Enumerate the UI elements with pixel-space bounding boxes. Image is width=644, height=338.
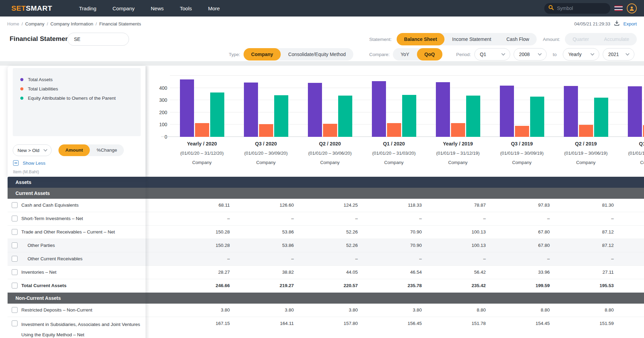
row-checkbox[interactable]	[12, 256, 18, 262]
thai-flag-icon[interactable]	[614, 6, 623, 11]
value-cell: 46.54	[361, 266, 425, 279]
display-option-amount[interactable]: Amount	[58, 144, 90, 156]
row-checkbox[interactable]	[12, 283, 18, 288]
search-input[interactable]	[557, 6, 602, 11]
breadcrumb-row: Home/Company/Company Information/Financi…	[0, 17, 644, 31]
breadcrumb-item-company-information[interactable]: Company Information	[51, 21, 93, 26]
value-cell: 68.11	[146, 199, 233, 212]
display-option-change[interactable]: %Change	[90, 144, 124, 156]
chevron-down-icon	[538, 52, 541, 55]
row-checkbox[interactable]	[12, 202, 18, 208]
section-header-assets: Assets	[8, 177, 644, 188]
symbol-search[interactable]	[544, 3, 610, 14]
value-cell: 118.33	[361, 199, 425, 212]
type-option-consolidate-equity-method[interactable]: Consolidate/Equity Method	[281, 48, 353, 61]
column-period-label: Q2 / 2020	[298, 141, 362, 146]
logo-set: SET	[11, 4, 26, 12]
table-row-investment-in-subsidiaries-associates-and-joint-ventures: Investment in Subsidiaries, Associates a…	[8, 317, 644, 338]
period-from-quarter-select[interactable]: Q1	[474, 48, 510, 61]
statement-option-balance-sheet[interactable]: Balance Sheet	[397, 33, 445, 45]
nav-item-tools[interactable]: Tools	[180, 6, 192, 11]
column-period-label: Q3 / 2020	[234, 141, 298, 146]
export-button[interactable]: Export	[623, 21, 637, 26]
breadcrumb-item-home[interactable]: Home	[7, 21, 19, 26]
symbol-field[interactable]	[67, 33, 129, 46]
row-label-zone: Inventories – Net	[8, 266, 146, 279]
y-tick-label-400: 400	[144, 85, 167, 91]
bar-group-q2-2019	[554, 76, 618, 137]
statement-option-income-statement[interactable]: Income Statement	[444, 33, 499, 45]
y-tick-label-200: 200	[144, 109, 167, 116]
type-option-company[interactable]: Company	[244, 48, 281, 61]
period-to-quarter-select[interactable]: Yearly	[563, 48, 599, 61]
row-label-zone: Other Parties	[8, 239, 146, 252]
breadcrumb-item-company[interactable]: Company	[25, 21, 44, 26]
value-cell: –	[425, 252, 489, 265]
table-row-total-current-assets: Total Current Assets246.66219.27220.5723…	[8, 279, 644, 293]
row-checkbox[interactable]	[12, 216, 18, 221]
row-checkbox[interactable]	[12, 307, 18, 313]
nav-item-more[interactable]: More	[208, 6, 220, 11]
row-label-zone: Other Current Receivables	[8, 252, 146, 265]
value-cell: 150.28	[146, 239, 233, 252]
bar-total-assets	[372, 81, 386, 137]
row-label: Other Parties	[28, 239, 55, 252]
bar-total-liabilities	[323, 124, 337, 137]
value-cell: –	[361, 252, 425, 265]
value-cell: 154.45	[489, 317, 553, 330]
amount-option-quarter[interactable]: Quarter	[565, 33, 596, 45]
row-checkbox[interactable]	[12, 269, 18, 275]
bar-total-assets	[564, 86, 578, 137]
sort-order-select[interactable]: New > Old	[13, 144, 52, 156]
nav-item-company[interactable]: Company	[112, 6, 135, 11]
value-cell: 8.80	[553, 304, 617, 317]
period-to-year-select[interactable]: 2021	[603, 48, 634, 61]
row-checkbox[interactable]	[12, 242, 18, 248]
bar-equity-attributable-to-owners-of-the-parent	[338, 96, 352, 137]
bar-total-assets	[436, 82, 450, 137]
bar-equity-attributable-to-owners-of-the-parent	[594, 98, 608, 137]
period-from-quarter-value: Q1	[480, 52, 486, 57]
column-date-range: (01/01/19 – 31/12/19)	[426, 151, 490, 156]
value-cell: –	[297, 252, 361, 265]
value-cell: 219.27	[233, 279, 297, 292]
value-cell: 97.83	[489, 199, 553, 212]
value-cell: 220.57	[297, 279, 361, 292]
amount-option-accumulate[interactable]: Accumulate	[597, 33, 637, 45]
subsection-header-non-current-assets: Non-Current Assets	[8, 293, 644, 304]
statement-option-cash-flow[interactable]: Cash Flow	[499, 33, 537, 45]
page-actions: 04/05/21 21:29:33 Export	[574, 20, 637, 27]
horizontal-scrollbar[interactable]	[0, 61, 644, 66]
minus-icon	[14, 163, 17, 163]
amount-label: Amount:	[543, 37, 560, 42]
download-icon[interactable]	[614, 20, 620, 27]
value-cell: 124.25	[297, 199, 361, 212]
show-less-control[interactable]: Show Less	[13, 160, 45, 166]
show-less-checkbox[interactable]	[13, 160, 19, 166]
setsmart-logo[interactable]: SETSMART	[11, 4, 52, 12]
nav-item-news[interactable]: News	[151, 6, 164, 11]
navbar-right	[544, 3, 637, 14]
row-checkbox[interactable]	[12, 229, 18, 235]
table-controls: New > Old Amount%Change	[13, 144, 124, 156]
row-label: Short-Term Investments – Net	[21, 212, 83, 225]
statement-label: Statement:	[369, 37, 391, 42]
nav-item-trading[interactable]: Trading	[79, 6, 96, 11]
y-tick-label-300: 300	[144, 97, 167, 103]
value-cell: 87.12	[553, 226, 617, 239]
bar-equity-attributable-to-owners-of-the-parent	[466, 96, 480, 137]
column-entity-label: Company	[234, 160, 298, 165]
value-cell: 27.11	[553, 266, 617, 279]
period-from-year-select[interactable]: 2008	[514, 48, 547, 61]
value-cell: 164.11	[233, 317, 297, 330]
compare-option-qoq[interactable]: QoQ	[417, 48, 442, 61]
column-entity-label: Company	[490, 160, 554, 165]
value-cell: 70.90	[361, 239, 425, 252]
compare-option-yoy[interactable]: YoY	[393, 48, 417, 61]
breadcrumb-item-financial-statements: Financial Statements	[99, 21, 141, 26]
compare-toggle-group: YoYQoQ	[393, 48, 442, 61]
column-date-range: (01/01/20 – 30/06/20)	[298, 151, 362, 156]
row-checkbox[interactable]	[12, 320, 18, 326]
user-avatar[interactable]	[627, 3, 637, 13]
bar-group-yearly-2019	[426, 76, 490, 137]
